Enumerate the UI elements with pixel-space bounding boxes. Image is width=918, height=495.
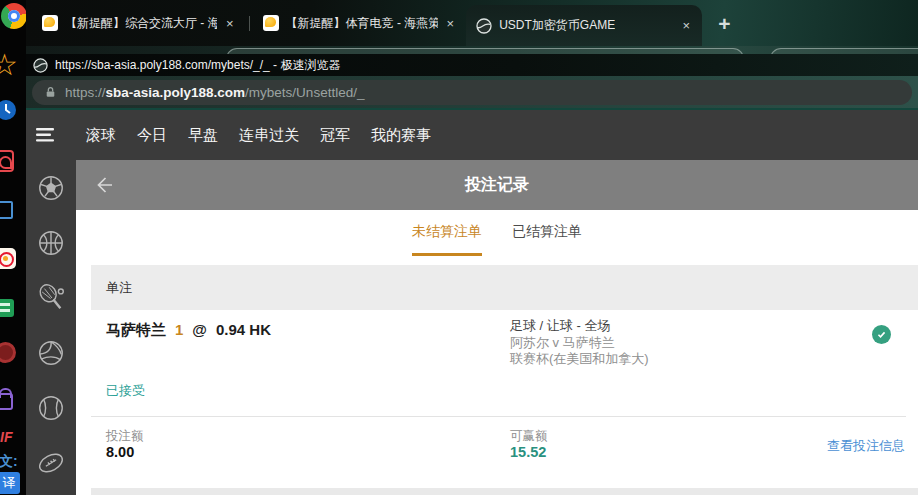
top-nav: 滚球 今日 早盘 连串过关 冠军 我的赛事 [26,110,918,160]
browser-tab-active[interactable]: USDT加密货币GAME × [466,5,702,46]
fixture-name: 阿苏尔 v 马萨特兰 [510,335,649,352]
at-symbol: @ [192,321,207,338]
chrome-icon[interactable] [1,3,26,29]
bet-selection: 马萨特兰 [106,321,166,338]
window-title-bar: https://sba-asia.poly188.com/mybets/_/_ … [26,54,918,76]
market-name: 足球 / 让球 - 全场 [510,318,649,335]
address-bar[interactable]: https://sba-asia.poly188.com/mybets/Unse… [32,80,912,105]
tab-unsettled[interactable]: 未结算注单 [412,223,482,256]
translate-shortcut-icon[interactable]: 译 [0,472,20,494]
baseball-icon[interactable] [36,393,66,423]
desktop-icon-strip: ☆ IF 文: 译 [0,0,26,495]
soccer-icon[interactable] [36,173,66,203]
menu-icon[interactable] [36,128,54,142]
tab-settled[interactable]: 已结算注单 [512,223,582,256]
page-title: 投注记录 [76,160,918,210]
potential-win-label: 可赢额 [510,428,548,445]
background-toolbar-band [26,46,918,54]
tab-close-icon[interactable]: × [224,16,236,31]
chat-bubble-favicon [42,15,58,31]
red-app-shortcut-icon[interactable] [0,150,14,172]
bet-status: 已接受 [106,382,145,400]
new-tab-button[interactable]: + [718,13,730,34]
nav-item-champion[interactable]: 冠军 [320,126,350,145]
market-details: 足球 / 让球 - 全场 阿苏尔 v 马萨特兰 联赛杯(在美国和加拿大) [510,318,649,368]
clock-shortcut-icon[interactable] [0,99,17,121]
chat-bubble-favicon [263,15,279,31]
weibo-shortcut-icon[interactable] [0,248,16,269]
accepted-check-icon [872,325,891,344]
tennis-icon[interactable] [36,283,66,313]
tab-strip: 【新提醒】综合交流大厅 - 海燕策略 × 【新提醒】体育电竞 - 海燕策略论坛 … [26,0,918,46]
lock-icon [44,86,57,99]
bet-selection-line: 马萨特兰1@0.94 HK [106,321,271,340]
green-app-shortcut-icon[interactable] [0,299,14,317]
tab-title: 【新提醒】综合交流大厅 - 海燕策略 [65,15,217,32]
bet-handicap: 1 [175,321,183,338]
tab-close-icon[interactable]: × [681,18,693,33]
address-bar-row: https://sba-asia.poly188.com/mybets/Unse… [26,76,918,110]
tab-title: USDT加密货币GAME [499,17,615,34]
globe-favicon [33,58,48,73]
american-football-icon[interactable] [36,448,66,478]
browser-tab-2[interactable]: 【新提醒】体育电竞 - 海燕策略论坛 × [253,6,467,40]
nav-item-live[interactable]: 滚球 [86,126,116,145]
view-bet-info-link[interactable]: 查看投注信息 [827,437,905,455]
bet-odds: 0.94 HK [216,321,271,338]
page-header: 投注记录 [76,160,918,210]
browser-tab-1[interactable]: 【新提醒】综合交流大厅 - 海燕策略 × [32,6,246,40]
nav-item-today[interactable]: 今日 [137,126,167,145]
globe-favicon [476,18,492,34]
volleyball-icon[interactable] [36,338,66,368]
tab-title: 【新提醒】体育电竞 - 海燕策略论坛 [286,15,438,32]
star-shortcut-icon[interactable]: ☆ [0,50,18,80]
league-name: 联赛杯(在美国和加拿大) [510,351,649,368]
bet-tabs: 未结算注单 已结算注单 [76,210,918,256]
basketball-icon[interactable] [36,228,66,258]
if-shortcut-icon[interactable]: IF [0,429,12,445]
tab-close-icon[interactable]: × [445,16,457,31]
section-label-single-bet: 单注 [91,265,918,310]
sports-sidebar [26,160,76,495]
url-text: https://sba-asia.poly188.com/mybets/Unse… [65,85,364,100]
wen-shortcut-icon[interactable]: 文: [0,453,18,471]
browser-window: 【新提醒】综合交流大厅 - 海燕策略 × 【新提醒】体育电竞 - 海燕策略论坛 … [26,0,918,495]
screen: ☆ IF 文: 译 【新提醒】综合交流大厅 - 海燕策略 × 【新提醒】体育电竞… [0,0,918,495]
potential-win-value: 15.52 [510,444,546,460]
divider [91,416,906,417]
nav-items: 滚球 今日 早盘 连串过关 冠军 我的赛事 [86,126,431,145]
bet-history-panel: 投注记录 未结算注单 已结算注单 单注 马萨特兰1@0.94 HK 足球 / 让… [76,160,918,495]
window-title: https://sba-asia.poly188.com/mybets/_/_ … [55,57,340,74]
stake-value: 8.00 [106,444,134,460]
stake-label: 投注额 [106,428,144,445]
blue-app-shortcut-icon[interactable] [0,201,13,219]
nav-item-early[interactable]: 早盘 [188,126,218,145]
tab-separator [249,16,250,31]
record-shortcut-icon[interactable] [0,342,16,363]
next-section-edge [91,488,918,495]
purple-lock-shortcut-icon[interactable] [0,393,13,410]
nav-item-my-events[interactable]: 我的赛事 [371,126,431,145]
nav-item-parlay[interactable]: 连串过关 [239,126,299,145]
page-body: 滚球 今日 早盘 连串过关 冠军 我的赛事 投注记录 [26,110,918,495]
